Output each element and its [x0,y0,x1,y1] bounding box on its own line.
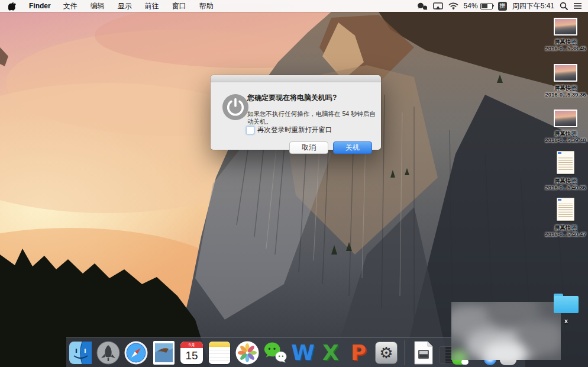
desktop-folder-icon[interactable] [554,294,579,313]
file-time: 2016-0...5.40.36 [545,184,586,191]
screenshot-thumbnail [554,110,577,127]
shutdown-button[interactable]: 关机 [333,141,372,154]
dock-item-word[interactable]: W [291,341,315,365]
menu-go[interactable]: 前往 [138,1,166,11]
powerpoint-icon: P [351,341,366,365]
launchpad-icon [96,341,120,365]
shutdown-dialog: 您确定要现在将电脑关机吗? 如果您不执行任何操作，电脑将在 54 秒钟后自动关机… [211,75,381,150]
dock-item-launchpad[interactable] [96,341,120,365]
file-name: 屏幕快照 [554,224,577,231]
file-time: 2016-0...5.39.48 [545,137,586,143]
battery-percent-label: 54% [464,2,478,10]
notes-icon [209,342,230,364]
safari-icon [124,341,148,365]
calendar-icon: 9月 15 [180,342,203,364]
power-icon [222,94,249,123]
dock-item-notes[interactable] [208,341,231,365]
gear-icon: ⚙ [375,342,398,364]
notification-center-icon[interactable] [573,2,582,9]
apple-icon [8,2,16,11]
dock-item-excel[interactable]: X [319,341,343,365]
desktop-icon-screenshot-4[interactable]: 屏幕快照 2016-0...5.40.36 [543,151,588,191]
cancel-button[interactable]: 取消 [289,141,328,154]
calendar-day: 15 [180,348,203,364]
file-name: 屏幕快照 [554,38,577,45]
menu-file[interactable]: 文件 [57,1,84,11]
input-method-icon[interactable]: 拼 [498,2,507,11]
dock-item-safari[interactable] [124,341,148,365]
apple-menu[interactable] [0,2,23,11]
desktop-icon-screenshot-3[interactable]: 屏幕快照 2016-0...5.39.48 [543,110,588,143]
menu-window[interactable]: 窗口 [166,1,193,11]
dock-item-wechat[interactable] [263,341,287,365]
dock-item-installer-file[interactable] [412,341,435,365]
battery-indicator[interactable]: 54% [464,2,493,10]
wechat-status-icon[interactable] [417,2,428,10]
screenshot-thumbnail [557,151,574,174]
blurred-overlay [451,302,561,360]
dock-item-powerpoint[interactable]: P [347,341,370,365]
desktop-icon-screenshot-1[interactable]: 屏幕快照 2016-0...5.38.45 [543,18,588,51]
desktop: Finder 文件 编辑 显示 前往 窗口 帮助 54% 拼 周四下午5:41 [0,0,588,367]
dock-item-photos[interactable] [235,341,259,365]
airplay-display-icon[interactable] [433,2,443,10]
dock-item-calendar[interactable]: 9月 15 [180,341,203,365]
mail-icon [153,341,175,365]
menu-edit[interactable]: 编辑 [84,1,111,11]
dock-item-finder[interactable] [69,341,92,365]
excel-icon: X [322,341,339,365]
menu-view[interactable]: 显示 [111,1,138,11]
menu-app-name[interactable]: Finder [23,2,57,10]
folder-label: x [554,317,579,324]
calendar-month: 9月 [180,342,203,348]
menu-clock[interactable]: 周四下午5:41 [512,1,554,11]
dock-divider [405,340,405,365]
spotlight-search-icon[interactable] [560,2,568,10]
file-name: 屏幕快照 [554,85,577,91]
screenshot-thumbnail [554,64,577,82]
dialog-title: 您确定要现在将电脑关机吗? [247,93,374,103]
photos-icon [235,341,259,365]
dialog-titlebar[interactable] [211,75,381,82]
wechat-icon [263,341,287,365]
screenshot-thumbnail [554,18,577,36]
file-time: 2016-0...5.38.45 [545,45,586,51]
dock-item-system-preferences[interactable]: ⚙ [374,341,398,365]
menu-bar: Finder 文件 编辑 显示 前往 窗口 帮助 54% 拼 周四下午5:41 [0,0,588,12]
reopen-windows-checkbox[interactable] [246,126,254,134]
file-name: 屏幕快照 [554,130,577,137]
file-name: 屏幕快照 [554,178,577,184]
finder-icon [69,342,92,364]
screenshot-thumbnail [557,198,574,221]
desktop-icon-screenshot-5[interactable]: 屏幕快照 2016-0...5.40.47 [543,198,588,237]
installer-file-icon [413,341,434,365]
dock-item-mail[interactable] [152,341,176,365]
dialog-message: 如果您不执行任何操作，电脑将在 54 秒钟后自动关机。 [247,110,376,125]
checkbox-label: 再次登录时重新打开窗口 [257,125,332,134]
file-time: 2016-0...5.40.47 [545,231,586,237]
file-time: 2016-0...5.39.36 [545,91,586,98]
word-icon: W [291,341,315,365]
menu-help[interactable]: 帮助 [193,1,220,11]
battery-icon [480,3,493,9]
desktop-icon-screenshot-2[interactable]: 屏幕快照 2016-0...5.39.36 [543,64,588,98]
wifi-icon[interactable] [448,2,458,9]
